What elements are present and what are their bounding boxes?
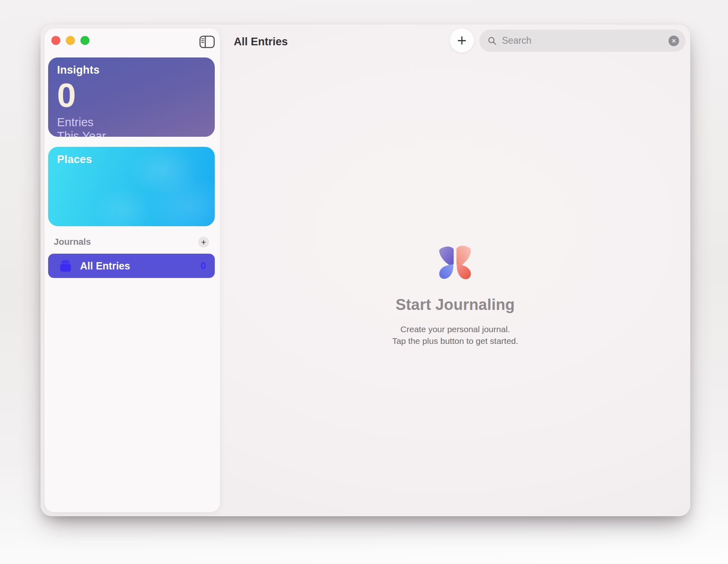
places-card-title: Places: [57, 153, 206, 166]
sidebar: Insights 0 Entries This Year Places Jour…: [44, 28, 220, 512]
search-input[interactable]: [502, 35, 669, 46]
insights-card-subtitle: Entries This Year: [57, 115, 206, 137]
empty-state: Start Journaling Create your personal jo…: [220, 245, 690, 347]
insights-entry-count: 0: [57, 78, 206, 112]
journals-section-header: Journals: [54, 237, 91, 247]
sidebar-item-label: All Entries: [80, 260, 201, 272]
sidebar-item-count: 0: [201, 260, 206, 271]
insights-subtitle-line2: This Year: [57, 129, 206, 137]
new-entry-button[interactable]: +: [450, 28, 474, 53]
plus-icon: +: [457, 32, 466, 49]
search-icon: [487, 36, 497, 46]
journals-section-header-row: Journals +: [54, 235, 215, 248]
sidebar-item-all-entries[interactable]: All Entries 0: [48, 254, 215, 278]
minimize-window-button[interactable]: [66, 36, 75, 45]
search-clear-button[interactable]: ✕: [669, 36, 679, 46]
window-controls: [51, 36, 89, 45]
insights-card[interactable]: Insights 0 Entries This Year: [48, 57, 215, 137]
journal-stack-icon: [59, 260, 72, 272]
search-field[interactable]: ✕: [479, 30, 686, 52]
sidebar-toggle-button[interactable]: [199, 35, 215, 49]
zoom-window-button[interactable]: [80, 36, 89, 45]
insights-subtitle-line1: Entries: [57, 115, 206, 129]
close-icon: ✕: [671, 38, 676, 44]
empty-state-title: Start Journaling: [396, 296, 515, 314]
empty-state-subtitle-line1: Create your personal journal.: [392, 323, 518, 335]
page-title: All Entries: [234, 36, 288, 48]
journal-app-window: All Entries + ✕: [40, 24, 690, 516]
places-card[interactable]: Places: [48, 147, 215, 226]
journal-butterfly-icon: [435, 245, 476, 286]
close-window-button[interactable]: [51, 36, 60, 45]
empty-state-subtitle-line2: Tap the plus button to get started.: [392, 335, 518, 347]
sidebar-toggle-icon: [199, 36, 215, 48]
insights-card-title: Insights: [57, 64, 206, 76]
add-journal-button[interactable]: +: [198, 237, 209, 248]
empty-state-subtitle: Create your personal journal. Tap the pl…: [392, 323, 518, 347]
plus-icon: +: [201, 238, 206, 246]
